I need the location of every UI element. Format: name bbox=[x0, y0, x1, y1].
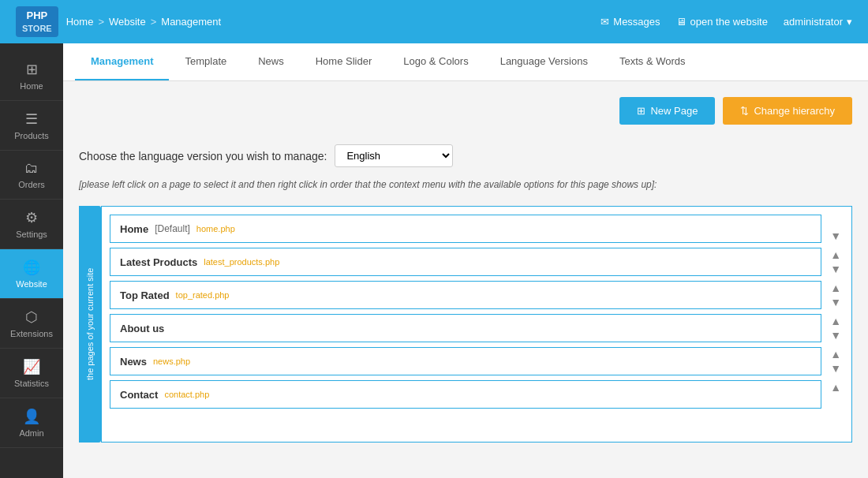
page-file: latest_products.php bbox=[204, 257, 279, 267]
sidebar-item-label: Extensions bbox=[10, 329, 53, 338]
page-item-home[interactable]: Home [Default] home.php bbox=[110, 215, 821, 243]
page-row: Contact contact.php ▲ ▼ bbox=[110, 380, 844, 409]
arrow-down-button[interactable]: ▼ bbox=[828, 329, 844, 342]
page-row: Home [Default] home.php ▲ ▼ bbox=[110, 215, 844, 243]
page-arrows: ▲ ▼ bbox=[828, 215, 844, 242]
change-hierarchy-icon: ⇅ bbox=[740, 105, 749, 117]
tab-bar: Management Template News Home Slider Log… bbox=[63, 43, 868, 81]
arrow-down-button[interactable]: ▼ bbox=[828, 296, 844, 308]
top-header: PHP STORE Home > Website > Management ✉ … bbox=[0, 0, 868, 43]
sidebar-item-label: Orders bbox=[18, 180, 45, 189]
page-row: Top Rated top_rated.php ▲ ▼ bbox=[110, 281, 844, 309]
orders-icon: 🗂 bbox=[24, 160, 39, 177]
sidebar-item-label: Settings bbox=[16, 230, 47, 239]
breadcrumb-management: Management bbox=[161, 16, 221, 28]
tab-texts-words[interactable]: Texts & Words bbox=[604, 43, 702, 80]
tab-logo-colors[interactable]: Logo & Colors bbox=[387, 43, 484, 80]
tab-language-versions[interactable]: Language Versions bbox=[485, 43, 604, 80]
tab-template[interactable]: Template bbox=[169, 43, 242, 80]
sidebar-item-settings[interactable]: ⚙ Settings bbox=[0, 200, 63, 249]
page-name: Latest Products bbox=[120, 256, 197, 268]
arrow-down-button[interactable]: ▼ bbox=[828, 263, 844, 275]
page-file: contact.php bbox=[164, 390, 209, 399]
header-right: ✉ Messages 🖥 open the website administra… bbox=[600, 16, 852, 28]
pages-sidebar-label: the pages of your current site bbox=[79, 206, 101, 443]
pages-list: Home [Default] home.php ▲ ▼ Latest Produ… bbox=[101, 206, 852, 443]
sidebar-item-admin[interactable]: 👤 Admin bbox=[0, 398, 63, 448]
language-select[interactable]: English French German Spanish bbox=[335, 144, 453, 167]
sidebar-item-label: Products bbox=[14, 131, 48, 140]
page-arrows: ▲ ▼ bbox=[828, 248, 844, 275]
arrow-down-button[interactable]: ▼ bbox=[828, 362, 844, 375]
tab-news[interactable]: News bbox=[242, 43, 300, 80]
change-hierarchy-button[interactable]: ⇅ Change hierarchy bbox=[723, 97, 852, 125]
statistics-icon: 📈 bbox=[23, 358, 40, 375]
sidebar-item-label: Admin bbox=[19, 428, 43, 438]
arrow-up-button[interactable]: ▲ bbox=[828, 381, 844, 394]
content-area: ⊞ New Page ⇅ Change hierarchy Choose the… bbox=[63, 81, 868, 458]
page-default-tag: [Default] bbox=[155, 223, 190, 234]
settings-icon: ⚙ bbox=[25, 209, 38, 226]
page-name: News bbox=[120, 356, 147, 368]
page-arrows: ▲ ▼ bbox=[828, 381, 844, 408]
arrow-up-button[interactable]: ▲ bbox=[828, 315, 844, 327]
page-file: home.php bbox=[196, 224, 235, 233]
chevron-down-icon: ▾ bbox=[847, 16, 852, 28]
page-row: About us ▲ ▼ bbox=[110, 314, 844, 342]
new-page-icon: ⊞ bbox=[637, 105, 645, 117]
breadcrumb-home[interactable]: Home bbox=[66, 16, 94, 28]
main-content: Management Template News Home Slider Log… bbox=[63, 43, 868, 478]
page-item-about-us[interactable]: About us bbox=[110, 314, 821, 342]
language-label: Choose the language version you wish to … bbox=[79, 150, 327, 162]
page-name: Top Rated bbox=[120, 289, 170, 301]
products-icon: ☰ bbox=[25, 110, 38, 128]
website-icon: 🌐 bbox=[23, 259, 40, 276]
page-item-news[interactable]: News news.php bbox=[110, 347, 821, 375]
external-link-icon: 🖥 bbox=[676, 16, 687, 28]
action-bar: ⊞ New Page ⇅ Change hierarchy bbox=[79, 97, 852, 125]
arrow-up-button[interactable]: ▲ bbox=[828, 282, 844, 294]
messages-link[interactable]: ✉ Messages bbox=[600, 16, 660, 28]
sidebar-item-label: Website bbox=[16, 279, 47, 289]
pages-container: the pages of your current site Home [Def… bbox=[79, 206, 852, 443]
tab-management[interactable]: Management bbox=[75, 43, 169, 80]
arrow-up-button[interactable]: ▲ bbox=[828, 348, 844, 360]
sidebar-item-products[interactable]: ☰ Products bbox=[0, 101, 63, 151]
breadcrumb-sep1: > bbox=[98, 16, 104, 28]
breadcrumb-sep2: > bbox=[151, 16, 157, 28]
arrow-down-button[interactable]: ▼ bbox=[828, 230, 844, 242]
sidebar-item-orders[interactable]: 🗂 Orders bbox=[0, 151, 63, 200]
sidebar-item-home[interactable]: ⊞ Home bbox=[0, 51, 63, 101]
page-item-contact[interactable]: Contact contact.php bbox=[110, 380, 821, 409]
page-item-top-rated[interactable]: Top Rated top_rated.php bbox=[110, 281, 821, 309]
tab-home-slider[interactable]: Home Slider bbox=[300, 43, 388, 80]
arrow-up-button[interactable]: ▲ bbox=[828, 248, 844, 261]
admin-icon: 👤 bbox=[23, 408, 40, 425]
layout: ⊞ Home ☰ Products 🗂 Orders ⚙ Settings 🌐 … bbox=[0, 43, 868, 478]
new-page-button[interactable]: ⊞ New Page bbox=[619, 97, 715, 125]
breadcrumb-website[interactable]: Website bbox=[109, 16, 146, 28]
sidebar-item-label: Statistics bbox=[14, 379, 49, 388]
page-name: Contact bbox=[120, 389, 158, 401]
page-arrows: ▲ ▼ bbox=[828, 348, 844, 375]
page-file: news.php bbox=[153, 357, 190, 366]
admin-dropdown[interactable]: administrator ▾ bbox=[784, 16, 852, 28]
sidebar-item-website[interactable]: 🌐 Website bbox=[0, 249, 63, 299]
extensions-icon: ⬡ bbox=[25, 308, 38, 326]
message-icon: ✉ bbox=[600, 16, 609, 28]
sidebar-item-extensions[interactable]: ⬡ Extensions bbox=[0, 299, 63, 349]
open-website-link[interactable]: 🖥 open the website bbox=[676, 16, 768, 28]
page-name: Home bbox=[120, 223, 148, 235]
page-item-latest-products[interactable]: Latest Products latest_products.php bbox=[110, 248, 821, 276]
page-arrows: ▲ ▼ bbox=[828, 315, 844, 342]
php-store-logo: PHP STORE bbox=[16, 6, 58, 37]
page-name: About us bbox=[120, 323, 164, 334]
hint-text: [please left click on a page to select i… bbox=[79, 179, 852, 190]
breadcrumb: Home > Website > Management bbox=[66, 16, 222, 28]
sidebar-item-label: Home bbox=[20, 81, 43, 91]
page-arrows: ▲ ▼ bbox=[828, 282, 844, 308]
language-row: Choose the language version you wish to … bbox=[79, 144, 852, 167]
header-left: PHP STORE Home > Website > Management bbox=[16, 6, 221, 37]
page-row: News news.php ▲ ▼ bbox=[110, 347, 844, 375]
sidebar-item-statistics[interactable]: 📈 Statistics bbox=[0, 349, 63, 398]
